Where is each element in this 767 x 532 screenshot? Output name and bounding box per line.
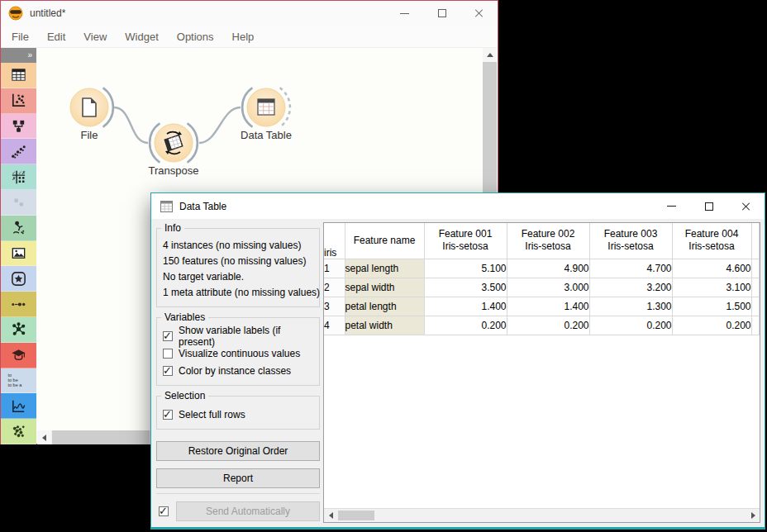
text-mining-icon: toto beto be a	[8, 373, 30, 387]
checkbox-show-variable-labels-if-present[interactable]: Show variable labels (if present)	[163, 327, 316, 344]
checkbox-visualize-continuous-values[interactable]: Visualize continuous values	[163, 344, 316, 362]
toolbox-data-table[interactable]	[1, 63, 36, 88]
menu-options[interactable]: Options	[168, 31, 223, 43]
dialog-maximize-button[interactable]	[690, 193, 727, 219]
menu-help[interactable]: Help	[223, 31, 264, 43]
value-cell[interactable]: 3.500	[424, 278, 507, 297]
feature-name-cell[interactable]: petal width	[345, 316, 424, 335]
data-table-view[interactable]: irisFeature nameFeature 001Iris-setosaFe…	[323, 222, 760, 523]
table-horizontal-scrollbar[interactable]	[324, 508, 760, 522]
toolbox-bookmark-star[interactable]	[1, 266, 36, 292]
node-data-table[interactable]	[242, 88, 290, 126]
dialog-window-controls	[653, 193, 765, 219]
node-label-data-table: Data Table	[221, 129, 312, 141]
checkbox-select-full-rows[interactable]: Select full rows	[163, 406, 316, 423]
toolbox-scatter-plot[interactable]	[1, 88, 36, 114]
toolbox-data-digger[interactable]	[1, 216, 36, 241]
value-cell[interactable]: 4.900	[507, 259, 589, 278]
value-cell[interactable]: 3.100	[672, 278, 751, 297]
column-header-feature-002[interactable]: Feature 002Iris-setosa	[507, 223, 589, 259]
toolbox-education[interactable]	[1, 343, 36, 368]
menu-edit[interactable]: Edit	[38, 31, 74, 43]
column-header-feature-004[interactable]: Feature 004Iris-setosa	[672, 223, 751, 259]
minimize-button[interactable]	[386, 1, 423, 26]
widget-toolbox: » ✓✗✓✗toto beto be a	[1, 48, 36, 444]
checkbox-icon[interactable]	[163, 366, 173, 376]
value-cell[interactable]: 0.200	[589, 316, 672, 335]
dialog-titlebar[interactable]: Data Table	[151, 193, 765, 219]
table-scroll-thumb[interactable]	[338, 511, 374, 520]
value-cell[interactable]: 4.700	[589, 259, 672, 278]
value-cell[interactable]: 0.200	[507, 316, 589, 335]
column-subtitle: Iris-setosa	[590, 240, 672, 253]
toolbox-time-series[interactable]	[1, 393, 36, 419]
node-transpose[interactable]	[150, 123, 198, 162]
column-header-feature-001[interactable]: Feature 001Iris-setosa	[424, 223, 507, 259]
feature-name-cell[interactable]: sepal length	[345, 259, 424, 278]
feature-name-cell[interactable]: sepal width	[345, 278, 424, 297]
table-scroll-left-button[interactable]	[324, 509, 337, 522]
main-titlebar[interactable]: untitled*	[1, 1, 498, 26]
row-index[interactable]: 3	[324, 297, 345, 316]
row-index[interactable]: 4	[324, 316, 345, 335]
toolbox-molecules[interactable]	[1, 419, 36, 444]
value-cell[interactable]: 0.200	[672, 316, 751, 335]
toolbox-tree[interactable]	[1, 114, 36, 140]
dialog-minimize-button[interactable]	[653, 193, 690, 219]
svg-text:✗: ✗	[12, 176, 16, 181]
value-cell[interactable]: 0.200	[424, 316, 507, 335]
menu-file[interactable]: File	[12, 31, 38, 43]
network-icon	[10, 321, 27, 338]
svg-text:✓: ✓	[12, 169, 16, 174]
value-cell[interactable]: 1.400	[424, 297, 507, 316]
restore-original-order-button[interactable]: Restore Original Order	[156, 441, 320, 461]
report-button[interactable]: Report	[156, 468, 320, 488]
value-cell[interactable]: 4.600	[672, 259, 751, 278]
send-automatically-button[interactable]: Send Automatically	[176, 501, 320, 521]
toolbox-network[interactable]	[1, 317, 36, 343]
main-window-controls	[386, 1, 498, 26]
table-row[interactable]: 4petal width0.2000.2000.2000.200	[324, 316, 760, 335]
table-row[interactable]: 2sepal width3.5003.0003.2003.100	[324, 278, 760, 297]
checkbox-icon[interactable]	[163, 349, 173, 359]
column-subtitle: Iris-setosa	[507, 240, 589, 253]
table-row[interactable]: 3petal length1.4001.4001.3001.500	[324, 297, 760, 316]
table-corner-header[interactable]: iris	[324, 223, 345, 259]
column-header-feature-003[interactable]: Feature 003Iris-setosa	[589, 223, 672, 259]
dialog-close-button[interactable]	[727, 193, 765, 219]
value-cell[interactable]: 3.000	[507, 278, 589, 297]
checkbox-icon[interactable]	[163, 331, 173, 341]
info-groupbox: Info 4 instances (no missing values)150 …	[156, 228, 320, 307]
value-cell[interactable]: 1.400	[507, 297, 589, 316]
scroll-left-button[interactable]	[37, 430, 51, 444]
dialog-title: Data Table	[179, 201, 226, 212]
toolbox-expand-button[interactable]: »	[1, 48, 36, 63]
checkbox-color-by-instance-classes[interactable]: Color by instance classes	[163, 362, 316, 379]
menu-bar: FileEditViewWidgetOptionsHelp	[1, 26, 498, 48]
scroll-up-button[interactable]	[483, 48, 497, 62]
value-cell[interactable]: 5.100	[424, 259, 507, 278]
toolbox-distributions[interactable]	[1, 139, 36, 164]
maximize-button[interactable]	[423, 1, 460, 26]
toolbox-score-table[interactable]: ✓✗✓✗	[1, 164, 36, 190]
menu-widget[interactable]: Widget	[116, 31, 167, 43]
toolbox-dot-sequence[interactable]	[1, 292, 36, 317]
row-index[interactable]: 1	[324, 259, 345, 278]
value-cell[interactable]: 1.500	[672, 297, 751, 316]
checkbox-icon[interactable]	[163, 410, 173, 420]
value-cell[interactable]: 1.300	[589, 297, 672, 316]
node-file[interactable]	[70, 88, 113, 126]
row-index[interactable]: 2	[324, 278, 345, 297]
close-button[interactable]	[460, 1, 498, 26]
horizontal-scroll-thumb[interactable]	[52, 430, 150, 444]
toolbox-preprocess-faded[interactable]	[1, 190, 36, 216]
feature-name-cell[interactable]: petal length	[345, 297, 424, 316]
column-header-feature-name[interactable]: Feature name	[345, 223, 424, 259]
toolbox-text-mining[interactable]: toto beto be a	[1, 368, 36, 394]
table-row[interactable]: 1sepal length5.1004.9004.7004.600	[324, 259, 760, 278]
table-scroll-right-button[interactable]	[746, 509, 760, 522]
toolbox-image-analytics[interactable]	[1, 241, 36, 267]
send-automatically-checkbox[interactable]	[159, 506, 169, 516]
value-cell[interactable]: 3.200	[589, 278, 672, 297]
menu-view[interactable]: View	[74, 31, 116, 43]
